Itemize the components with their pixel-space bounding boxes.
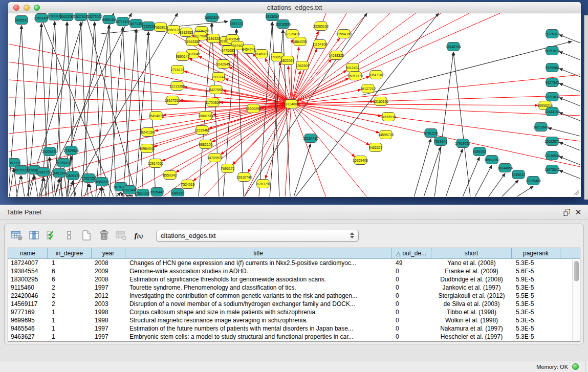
graph-node-label: 12213369 xyxy=(169,84,185,88)
table-row[interactable]: 977716911998Corpus callosum shape and si… xyxy=(8,308,580,316)
new-column-button[interactable] xyxy=(79,228,94,243)
cell-year: 2008 xyxy=(92,275,125,283)
graph-node-label: 12160196 xyxy=(373,100,388,103)
table-mode-button[interactable] xyxy=(10,228,24,243)
column-header-short[interactable]: short xyxy=(431,248,512,258)
graph-node-label: 11700854 xyxy=(205,101,221,104)
column-header-pagerank[interactable]: pagerank xyxy=(512,248,560,258)
close-panel-icon[interactable]: ✕ xyxy=(573,207,584,217)
graph-node-label: 15494078 xyxy=(148,114,164,118)
cell-pagerank: 5.3E-5 xyxy=(512,308,560,316)
table-row[interactable]: 911546021997Tourette syndrome. Phenomeno… xyxy=(8,283,580,292)
cell-name: 18300295 xyxy=(8,275,48,283)
close-window-button[interactable] xyxy=(13,5,19,11)
graph-node-label: 6466160 xyxy=(102,18,116,21)
graph-node-label: 12923446 xyxy=(122,188,137,192)
graph-node-label: 15958214 xyxy=(537,104,553,107)
graph-node-label: 1864039 xyxy=(293,40,307,43)
cell-title: Tourette syndrome. Phenomenology and cla… xyxy=(125,283,391,292)
cell-out_de: 0 xyxy=(391,333,431,341)
network-window[interactable]: citations_edges.txt 18724007183002957663… xyxy=(8,2,581,197)
graph-node-label: 11175310 xyxy=(545,32,559,36)
graph-node-label: 12610740 xyxy=(236,176,252,179)
cell-name: 14569117 xyxy=(8,300,48,308)
cell-short: Franke et al. (2009) xyxy=(431,267,512,275)
cell-in_degree: 1 xyxy=(48,324,92,333)
graph-node-label: 15273007 xyxy=(87,15,102,18)
table-mode-icon xyxy=(11,230,23,240)
graph-node-label: 18914360 xyxy=(484,158,499,162)
cell-name: 9777169 xyxy=(8,308,48,316)
minimize-window-button[interactable] xyxy=(24,5,30,11)
network-desktop: citations_edges.txt 18724007183002957663… xyxy=(0,0,588,205)
network-graph[interactable]: 1872400718300295766382288601288912955232… xyxy=(9,13,580,196)
show-columns-button[interactable] xyxy=(27,228,41,243)
cell-title: Investigating the contribution of common… xyxy=(125,292,391,300)
graph-node-label: 8186328 xyxy=(207,37,221,40)
table-panel-title: Table Panel xyxy=(0,208,561,216)
memory-status-indicator xyxy=(572,363,579,370)
cell-short: Yano et al. (2008) xyxy=(431,259,512,267)
cell-pagerank: 5.3E-5 xyxy=(512,300,560,308)
zoom-window-button[interactable] xyxy=(34,5,40,11)
select-all-icon xyxy=(46,230,57,240)
column-header-out_de[interactable]: △out_de... xyxy=(391,248,431,258)
graph-node-label: 10647107 xyxy=(368,73,384,77)
cell-in_degree: 1 xyxy=(48,308,92,316)
float-panel-icon[interactable] xyxy=(561,207,573,217)
table-row[interactable]: 1830029562008Estimation of significance … xyxy=(8,275,580,283)
table-row[interactable]: 2242004622012Investigating the contribut… xyxy=(8,292,580,300)
delete-columns-button[interactable] xyxy=(97,228,111,243)
column-header-name[interactable]: name xyxy=(8,248,48,258)
graph-node-label: 9245012 xyxy=(512,173,526,177)
graph-node-label: 11154106 xyxy=(312,42,327,46)
table-panel-header: Table Panel ✕ xyxy=(0,205,588,220)
graph-node-label: 8860128 xyxy=(167,28,181,32)
network-window-titlebar[interactable]: citations_edges.txt xyxy=(8,2,581,13)
cell-in_degree: 1 xyxy=(48,333,92,341)
cell-name: 19384554 xyxy=(8,267,48,275)
table-source-value: citations_edges.txt xyxy=(161,232,350,239)
cell-out_de: 49 xyxy=(391,259,431,267)
graph-node-label: 14595725 xyxy=(378,133,394,137)
graph-node-label: 14638325 xyxy=(329,54,344,57)
column-header-year[interactable]: year xyxy=(92,248,125,258)
graph-node-label: 14515914 xyxy=(381,115,396,119)
graph-node-label: 12942757 xyxy=(36,170,51,174)
table-row[interactable]: 1456911722003Disruption of a novel membe… xyxy=(8,300,580,308)
graph-node-label: 16648784 xyxy=(446,45,461,49)
table-row[interactable]: 946362711997Embryonic stem cells: a mode… xyxy=(8,333,580,341)
graph-node-label: 9975887 xyxy=(57,161,71,165)
network-canvas[interactable]: 1872400718300295766382288601288912955232… xyxy=(9,13,580,196)
window-resize-grip[interactable] xyxy=(573,189,579,195)
show-columns-icon xyxy=(29,230,40,240)
table-row[interactable]: 1938455462009Genome-wide association stu… xyxy=(8,267,580,275)
graph-node-label: 16044656 xyxy=(497,166,513,170)
sort-ascending-icon: △ xyxy=(396,250,400,257)
window-title: citations_edges.txt xyxy=(267,4,322,11)
desktop-scrollbar[interactable] xyxy=(584,15,588,200)
graph-node-label: 15134485 xyxy=(303,137,318,140)
table-row[interactable]: 1872400712008Changes of HCN gene express… xyxy=(8,259,580,267)
cell-in_degree: 2 xyxy=(48,292,92,300)
function-builder-button[interactable]: f(x) xyxy=(132,228,146,243)
table-row[interactable]: 946554611997Estimation of the future num… xyxy=(8,324,580,333)
graph-node-label: 9359392 xyxy=(473,150,487,154)
cell-title: Disruption of a novel member of a sodium… xyxy=(125,300,391,308)
table-row[interactable]: 969969511998Structural magnetic resonanc… xyxy=(8,316,580,324)
scrollbar-thumb[interactable] xyxy=(574,261,579,281)
clear-selection-button[interactable] xyxy=(62,228,76,243)
cell-name: 18724007 xyxy=(8,259,48,267)
select-all-button[interactable] xyxy=(45,228,59,243)
cell-name: 9465546 xyxy=(8,324,48,333)
column-header-title[interactable]: title xyxy=(125,248,391,258)
cell-name: 9699695 xyxy=(8,316,48,324)
table-source-select[interactable]: citations_edges.txt xyxy=(156,230,359,242)
table-scrollbar[interactable] xyxy=(572,259,580,341)
graph-node-label: 16210643 xyxy=(533,125,549,129)
graph-node-label: 10984043 xyxy=(139,147,155,150)
table-panel-body: f(x)citations_edges.txt namein_degreeyea… xyxy=(4,224,584,344)
column-header-in_degree[interactable]: in_degree xyxy=(48,248,92,258)
graph-node-label: 10653287 xyxy=(59,15,75,18)
delete-table-button[interactable] xyxy=(114,228,128,243)
